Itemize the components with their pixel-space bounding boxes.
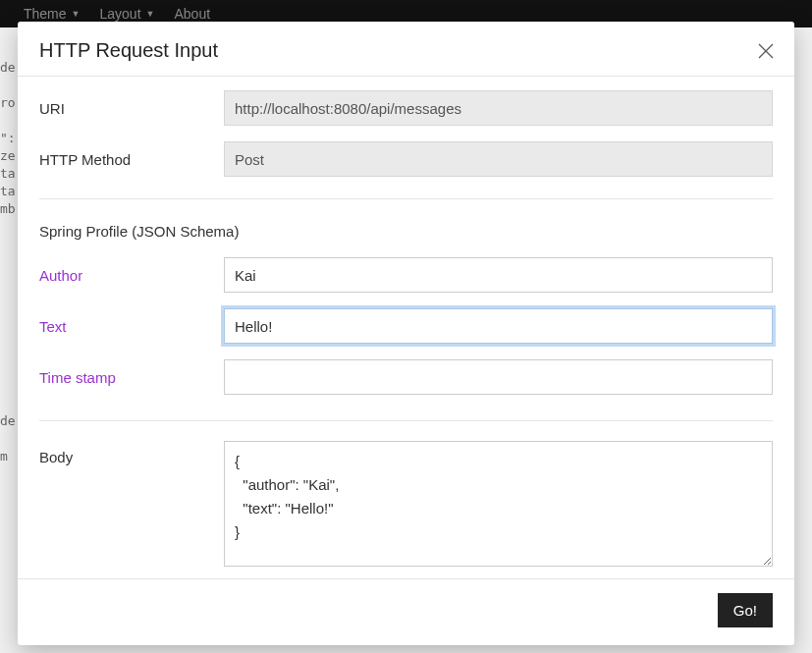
body-field[interactable] — [224, 441, 773, 567]
http-request-input-modal: HTTP Request Input URI HTTP Method Sprin… — [18, 22, 794, 645]
divider — [39, 198, 773, 199]
modal-title: HTTP Request Input — [39, 39, 218, 62]
author-label: Author — [39, 267, 224, 284]
divider — [39, 420, 773, 421]
text-label: Text — [39, 318, 224, 335]
go-button[interactable]: Go! — [718, 593, 773, 627]
schema-section-header: Spring Profile (JSON Schema) — [39, 209, 773, 249]
uri-label: URI — [39, 100, 224, 117]
modal-body: URI HTTP Method Spring Profile (JSON Sch… — [18, 77, 794, 578]
http-method-field — [224, 141, 773, 177]
menu-layout[interactable]: Layout ▼ — [100, 6, 155, 22]
menu-about[interactable]: About — [174, 6, 210, 22]
modal-header: HTTP Request Input — [18, 22, 794, 77]
timestamp-label: Time stamp — [39, 369, 224, 386]
text-field[interactable] — [224, 308, 773, 344]
body-label: Body — [39, 441, 224, 465]
http-method-label: HTTP Method — [39, 151, 224, 168]
modal-footer: Go! — [18, 578, 794, 645]
background-code-fragment: de ro ": ze ta ta mb de m — [0, 59, 20, 648]
menu-theme[interactable]: Theme ▼ — [24, 6, 81, 22]
author-field[interactable] — [224, 257, 773, 293]
timestamp-field[interactable] — [224, 359, 773, 395]
uri-field — [224, 90, 773, 126]
close-icon[interactable] — [757, 42, 775, 60]
